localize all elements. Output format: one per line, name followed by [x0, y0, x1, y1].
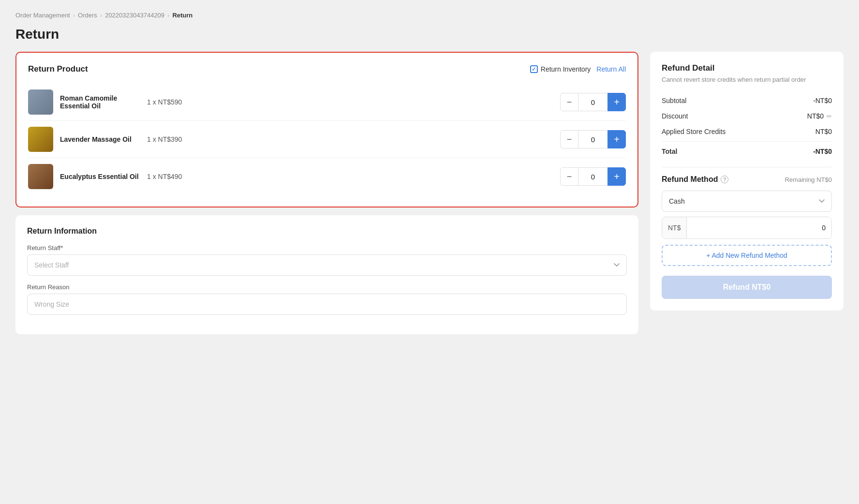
product-row: Eucalyptus Essential Oil 1 x NT$490 − 0 … — [28, 158, 626, 195]
refund-credits-row: Applied Store Credits NT$0 — [662, 124, 832, 139]
product-name-3: Eucalyptus Essential Oil — [60, 173, 147, 180]
refund-detail-title: Refund Detail — [662, 63, 832, 73]
qty-value-1: 0 — [578, 93, 607, 111]
qty-control-2: − 0 + — [560, 130, 626, 148]
staff-select-wrapper: Select Staff — [27, 254, 627, 276]
divider — [662, 167, 832, 167]
refund-total-row: Total -NT$0 — [662, 141, 832, 159]
return-all-button[interactable]: Return All — [596, 65, 626, 73]
staff-label: Return Staff* — [27, 244, 627, 252]
staff-select[interactable]: Select Staff — [27, 254, 627, 276]
refund-subtotal-value: -NT$0 — [813, 97, 832, 104]
qty-control-1: − 0 + — [560, 93, 626, 111]
left-column: Return Product Return Inventory Return A… — [15, 52, 638, 334]
refund-discount-label: Discount — [662, 112, 688, 120]
refund-credits-label: Applied Store Credits — [662, 128, 726, 135]
product-qty-1: 1 x NT$590 — [147, 98, 560, 106]
qty-decrease-1[interactable]: − — [560, 93, 578, 111]
refund-method-title: Refund Method ? — [662, 175, 728, 184]
qty-decrease-2[interactable]: − — [560, 130, 578, 148]
product-image-3 — [28, 164, 53, 189]
qty-increase-2[interactable]: + — [607, 130, 626, 148]
qty-value-2: 0 — [578, 130, 607, 148]
add-refund-method-button[interactable]: + Add New Refund Method — [662, 245, 832, 266]
product-image-2 — [28, 127, 53, 152]
breadcrumb-orders[interactable]: Orders — [78, 12, 97, 19]
refund-discount-value: NT$0 — [807, 112, 824, 120]
amount-input[interactable] — [687, 217, 831, 238]
right-column: Refund Detail Cannot revert store credit… — [650, 52, 844, 311]
remaining-label: Remaining NT$0 — [785, 176, 832, 183]
refund-subtotal-row: Subtotal -NT$0 — [662, 93, 832, 108]
return-info-card: Return Information Return Staff* Select … — [15, 215, 638, 334]
breadcrumb-order-management[interactable]: Order Management — [15, 12, 70, 19]
refund-method-select[interactable]: Cash — [662, 191, 832, 212]
refund-credits-value: NT$0 — [815, 128, 832, 135]
qty-value-3: 0 — [578, 167, 607, 186]
qty-increase-1[interactable]: + — [607, 93, 626, 111]
product-qty-3: 1 x NT$490 — [147, 173, 560, 180]
product-name-2: Lavender Massage Oil — [60, 135, 147, 143]
header-actions: Return Inventory Return All — [530, 65, 626, 73]
refund-subtotal-label: Subtotal — [662, 97, 686, 104]
reason-form-group: Return Reason — [27, 283, 627, 315]
return-product-card: Return Product Return Inventory Return A… — [15, 52, 638, 208]
refund-submit-button[interactable]: Refund NT$0 — [662, 276, 832, 299]
qty-decrease-3[interactable]: − — [560, 167, 578, 186]
return-inventory-toggle[interactable]: Return Inventory — [530, 65, 591, 73]
staff-form-group: Return Staff* Select Staff — [27, 244, 627, 276]
product-row: Lavender Massage Oil 1 x NT$390 − 0 + — [28, 121, 626, 158]
product-image-1 — [28, 89, 53, 115]
amount-input-row: NT$ — [662, 217, 832, 239]
reason-input[interactable] — [27, 294, 627, 315]
product-row: Roman Camomile Essential Oil 1 x NT$590 … — [28, 84, 626, 121]
page-title: Return — [15, 27, 844, 42]
breadcrumb: Order Management › Orders › 202203230437… — [15, 12, 844, 19]
refund-method-header: Refund Method ? Remaining NT$0 — [662, 175, 832, 184]
help-icon[interactable]: ? — [721, 176, 728, 183]
refund-card: Refund Detail Cannot revert store credit… — [650, 52, 844, 311]
return-inventory-label-text: Return Inventory — [541, 65, 591, 73]
return-inventory-checkbox[interactable] — [530, 65, 538, 73]
breadcrumb-order-id[interactable]: 20220323043744209 — [105, 12, 164, 19]
product-qty-2: 1 x NT$390 — [147, 135, 560, 143]
amount-prefix: NT$ — [662, 217, 687, 238]
edit-discount-icon[interactable]: ✏ — [827, 113, 832, 120]
return-info-title: Return Information — [27, 227, 627, 236]
refund-detail-subtitle: Cannot revert store credits when return … — [662, 76, 832, 83]
refund-total-value: -NT$0 — [813, 148, 832, 155]
reason-label: Return Reason — [27, 283, 627, 291]
breadcrumb-return: Return — [172, 12, 193, 19]
return-product-title: Return Product — [28, 64, 88, 74]
refund-total-label: Total — [662, 148, 677, 155]
qty-increase-3[interactable]: + — [607, 167, 626, 186]
product-name-1: Roman Camomile Essential Oil — [60, 94, 147, 110]
refund-discount-row: Discount NT$0 ✏ — [662, 108, 832, 124]
qty-control-3: − 0 + — [560, 167, 626, 186]
